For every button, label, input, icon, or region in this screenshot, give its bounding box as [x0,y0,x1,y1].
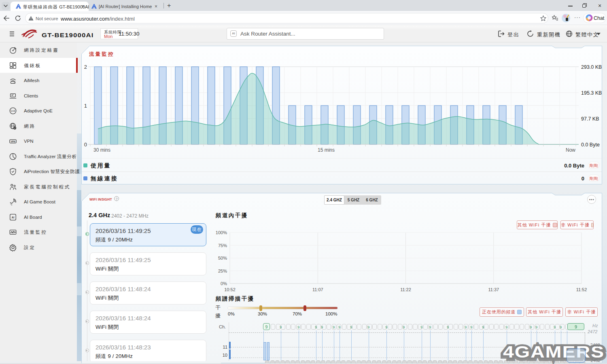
svg-text:293.0 KB: 293.0 KB [581,64,602,70]
svg-text:4GAMERS: 4GAMERS [503,343,605,361]
svg-text:0.0 Byte: 0.0 Byte [581,142,600,148]
svg-text:50%: 50% [218,256,227,260]
svg-text:1: 1 [84,103,87,109]
svg-text:2: 2 [84,64,87,70]
svg-text:11:22: 11:22 [400,287,411,292]
svg-text:0%: 0% [221,281,227,286]
svg-text:75%: 75% [218,243,227,248]
svg-text:0: 0 [84,142,87,148]
svg-text:10:52: 10:52 [224,287,236,292]
svg-text:100%: 100% [216,230,227,235]
svg-text:Now: Now [566,147,575,153]
svg-text:15 mins: 15 mins [318,147,335,153]
svg-text:30 mins: 30 mins [93,147,110,153]
svg-text:97.7 KB: 97.7 KB [581,116,599,122]
svg-text:25%: 25% [218,269,227,273]
svg-text:195.3 KB: 195.3 KB [581,90,602,96]
svg-text:11:37: 11:37 [488,287,499,292]
svg-text:11:52: 11:52 [576,287,587,292]
svg-text:11:07: 11:07 [312,287,323,292]
